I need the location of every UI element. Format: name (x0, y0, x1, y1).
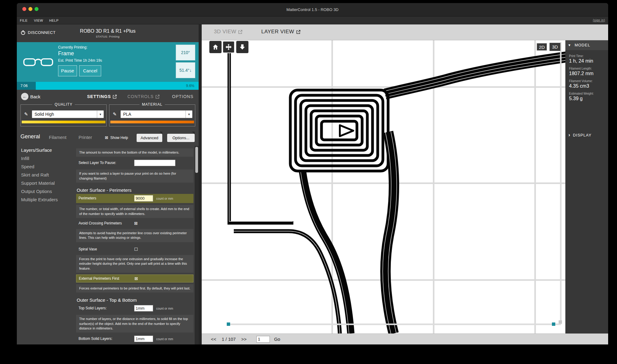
window-title: MatterControl 1.5 - ROBO 3D (17, 7, 608, 12)
help-text: The amount to remove from the bottom of … (76, 148, 193, 157)
previous-layer-button[interactable]: << (211, 337, 216, 342)
currently-printing-label: Currently Printing: (58, 45, 87, 49)
quality-group-label: QUALITY (52, 102, 75, 107)
toggle-3d-button[interactable]: 3D (549, 43, 560, 51)
printer-status: STATUS: Printing (17, 35, 199, 38)
count-or-mm-unit: count or mm (156, 307, 173, 310)
quality-dropdown[interactable]: Solid High ▾ (32, 110, 104, 118)
edit-quality-pencil-icon[interactable]: ✎ (24, 111, 28, 117)
settings-detail-panel: The amount to remove from the bottom of … (75, 146, 195, 344)
model-section-header[interactable]: ▾ MODEL (565, 40, 608, 50)
show-help-checkbox[interactable]: ⊠ (105, 135, 108, 140)
layer-view-label: LAYER VIEW (261, 29, 294, 35)
top-solid-row: Top Solid Layers: count or mm (76, 304, 193, 313)
tab-filament[interactable]: Filament (49, 135, 67, 140)
category-multiple-extruders[interactable]: Multiple Extruders (17, 195, 75, 204)
help-text: The number, or total width, of external … (76, 205, 193, 218)
category-infill[interactable]: Infill (17, 154, 75, 162)
tab-layer-view[interactable]: LAYER VIEW (261, 29, 300, 35)
pan-tool-button[interactable] (222, 41, 235, 53)
printer-connection-bar: DISCONNECT ROBO 3D R1 & R1 +Plus STATUS:… (17, 24, 199, 42)
count-or-mm-unit: count or mm (156, 197, 173, 200)
bed-temperature-widget[interactable]: 51.4°↓ (176, 62, 195, 78)
section-header-top-bottom: Outer Surface - Top & Bottom (77, 297, 193, 303)
help-text: If you want to select a layer to pause y… (76, 169, 193, 183)
pause-button[interactable]: Pause (58, 65, 77, 76)
menu-view[interactable]: VIEW (34, 19, 43, 22)
tab-printer[interactable]: Printer (79, 135, 92, 140)
back-label: Back (30, 94, 40, 99)
quality-group: QUALITY ✎ Solid High ▾ (20, 104, 107, 126)
material-group-label: MATERIAL (139, 102, 165, 107)
menu-help[interactable]: HELP (49, 19, 59, 22)
category-support-material[interactable]: Support Material (17, 179, 75, 187)
category-output-options[interactable]: Output Options (17, 187, 75, 195)
tab-3d-view[interactable]: 3D VIEW (214, 29, 242, 35)
layer-number-input[interactable] (256, 336, 270, 343)
back-button[interactable]: ← Back (21, 93, 40, 100)
back-arrow-icon: ← (21, 93, 28, 100)
material-color-bar (110, 121, 194, 123)
estimated-weight-value: 5.39 g (569, 96, 606, 101)
settings-scrollbar[interactable] (195, 146, 199, 344)
perimeters-input[interactable] (134, 195, 153, 202)
external-link-icon (238, 30, 242, 34)
tab-controls[interactable]: CONTROLS (127, 94, 160, 99)
spiral-vase-row: Spiral Vase ☐ (76, 246, 193, 253)
bed-handle-right (552, 322, 555, 326)
scrollbar-thumb[interactable] (195, 147, 198, 173)
menubar: FILE VIEW HELP (sign in) (17, 16, 608, 24)
material-dropdown[interactable]: PLA ▾ (120, 110, 193, 118)
home-view-button[interactable] (209, 41, 222, 53)
print-progress-bar: 7:06 9.6% (17, 82, 199, 90)
select-layer-label: Select Layer To Pause: (79, 161, 116, 165)
advanced-label: Advanced (141, 136, 158, 140)
current-print-panel: Currently Printing: Frame Est. Print Tim… (17, 42, 199, 82)
top-solid-input[interactable] (134, 305, 153, 311)
avoid-crossing-row: Avoid Crossing Perimeters ⊠ (76, 220, 193, 227)
show-help-label: Show Help (110, 136, 128, 140)
go-button[interactable]: Go (274, 337, 280, 342)
sign-in-link[interactable]: (sign in) (593, 19, 605, 22)
view-tab-strip: 3D VIEW LAYER VIEW (202, 24, 608, 40)
advanced-flag-icon (160, 132, 162, 134)
next-layer-button[interactable]: >> (241, 337, 247, 342)
count-or-mm-unit: count or mm (156, 337, 173, 341)
tab-options[interactable]: OPTIONS (172, 94, 193, 99)
bottom-solid-input[interactable] (134, 336, 153, 342)
model-info-panel: ▾ MODEL Print Time: 1 h, 24 min Filament… (565, 40, 608, 333)
category-speed[interactable]: Speed (17, 162, 75, 171)
layer-position: 1 / 107 (222, 337, 236, 342)
layer-view-canvas[interactable]: 2D 3D ▾ MODEL Print Time: 1 h, 24 min Fi… (202, 40, 608, 333)
external-link-icon (113, 95, 117, 99)
extruder-temperature-widget[interactable]: 210° (176, 45, 195, 60)
move-arrows-icon (225, 44, 232, 50)
cancel-button[interactable]: Cancel (79, 65, 101, 76)
external-link-icon (296, 30, 300, 34)
external-perimeters-checkbox[interactable]: ⊠ (134, 276, 138, 281)
options-button[interactable]: Options... (167, 134, 195, 142)
advanced-button[interactable]: Advanced (137, 134, 162, 142)
desktop-background: MatterControl 1.5 - ROBO 3D FILE VIEW HE… (0, 0, 617, 364)
avoid-crossing-checkbox[interactable]: ⊠ (134, 221, 138, 226)
tab-general[interactable]: General (20, 133, 40, 140)
edit-material-pencil-icon[interactable]: ✎ (113, 111, 117, 117)
panel-splitter[interactable] (199, 24, 202, 344)
category-layers-surface[interactable]: Layers/Surface (17, 146, 75, 154)
spiral-vase-checkbox[interactable]: ☐ (134, 247, 138, 252)
settings-label: SETTINGS (87, 94, 111, 99)
settings-category-list: Layers/Surface Infill Speed Skirt and Ra… (17, 146, 75, 344)
down-arrow-icon (239, 44, 246, 50)
toggle-2d-button[interactable]: 2D (536, 43, 547, 51)
tab-settings[interactable]: SETTINGS (87, 94, 117, 99)
options-flag-icon (192, 132, 195, 134)
select-layer-input[interactable] (134, 160, 175, 166)
estimated-print-time: Est. Print Time 1h 24m 19s (58, 58, 102, 63)
drop-to-bed-button[interactable] (236, 41, 248, 53)
titlebar[interactable]: MatterControl 1.5 - ROBO 3D (17, 3, 608, 16)
job-name: Frame (58, 50, 74, 57)
display-section-header[interactable]: › DISPLAY (568, 132, 592, 138)
menu-file[interactable]: FILE (20, 19, 28, 22)
estimated-weight-label: Estimated Weight: (569, 92, 606, 95)
category-skirt-raft[interactable]: Skirt and Raft (17, 171, 75, 179)
